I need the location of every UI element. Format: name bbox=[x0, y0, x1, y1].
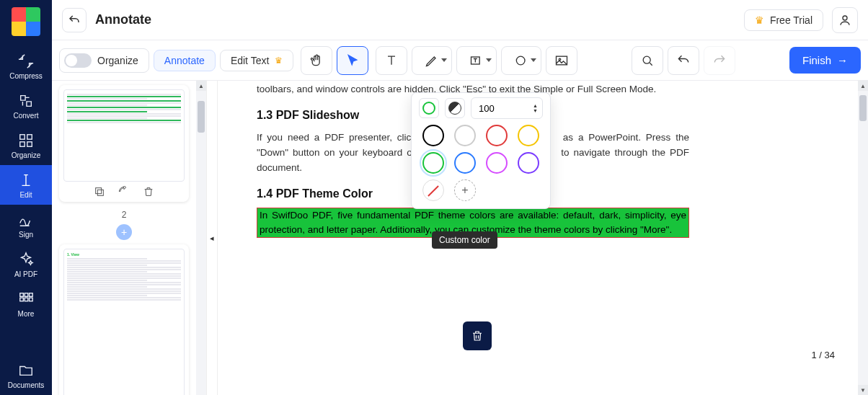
rotate-icon[interactable] bbox=[118, 186, 130, 198]
rail-organize[interactable]: Organize bbox=[0, 125, 52, 165]
rail-label: Organize bbox=[12, 151, 41, 159]
trash-icon[interactable] bbox=[143, 186, 154, 198]
chevron-down-icon: ▼ bbox=[533, 108, 538, 113]
rail-label: AI PDF bbox=[14, 270, 37, 278]
swatch-blue[interactable] bbox=[454, 152, 476, 174]
thumbnail-page-3[interactable]: 1. View bbox=[59, 244, 189, 395]
rail-label: Compress bbox=[9, 72, 43, 80]
svg-rect-8 bbox=[25, 298, 28, 301]
text-icon bbox=[384, 53, 399, 68]
organize-toggle[interactable]: Organize bbox=[59, 48, 149, 73]
rail-sign[interactable]: Sign bbox=[0, 205, 52, 244]
hand-icon bbox=[309, 53, 324, 68]
convert-icon bbox=[18, 93, 34, 109]
document-viewport[interactable]: toolbars, and window controls are hidden… bbox=[218, 81, 868, 395]
chevron-down-icon bbox=[441, 58, 447, 62]
text-tool[interactable] bbox=[376, 46, 407, 75]
compress-icon bbox=[18, 53, 34, 69]
document-scrollbar[interactable]: ▲ ▼ bbox=[858, 81, 868, 395]
swatch-magenta[interactable] bbox=[486, 152, 508, 174]
textbox-tool[interactable] bbox=[456, 46, 497, 75]
undo-button[interactable] bbox=[668, 46, 699, 75]
scrollbar-thumb[interactable] bbox=[859, 95, 867, 121]
page-indicator: 1 / 34 bbox=[811, 350, 835, 360]
thumbnail-scrollbar[interactable]: ▲ bbox=[196, 81, 206, 395]
trash-icon bbox=[471, 329, 484, 342]
sign-icon bbox=[18, 212, 34, 228]
scroll-up-icon[interactable]: ▲ bbox=[196, 81, 206, 91]
arrow-right-icon: → bbox=[837, 54, 848, 66]
swatch-black[interactable] bbox=[422, 125, 444, 146]
undo-icon bbox=[68, 14, 81, 27]
crown-icon: ♛ bbox=[755, 14, 764, 26]
svg-rect-2 bbox=[20, 142, 25, 146]
app-logo bbox=[12, 7, 40, 36]
pen-tool[interactable] bbox=[412, 46, 452, 75]
titlebar: Annotate ♛ Free Trial bbox=[52, 0, 868, 40]
cursor-icon bbox=[345, 53, 360, 68]
svg-rect-5 bbox=[25, 293, 28, 297]
rail-label: Convert bbox=[13, 112, 38, 120]
swatch-add-custom[interactable]: + bbox=[454, 179, 476, 201]
swatch-yellow[interactable] bbox=[518, 125, 539, 146]
finish-button[interactable]: Finish → bbox=[789, 47, 861, 74]
image-tool[interactable] bbox=[546, 46, 577, 75]
finish-label: Finish bbox=[802, 54, 831, 66]
select-tool[interactable] bbox=[337, 46, 368, 75]
search-button[interactable] bbox=[632, 46, 663, 75]
undo-icon bbox=[676, 53, 691, 68]
edit-icon bbox=[18, 172, 34, 188]
scrollbar-thumb[interactable] bbox=[198, 101, 205, 133]
back-button[interactable] bbox=[62, 8, 87, 32]
rail-documents[interactable]: Documents bbox=[0, 355, 52, 395]
organize-icon bbox=[18, 133, 34, 148]
swatch-grey[interactable] bbox=[454, 125, 476, 146]
user-icon bbox=[838, 14, 851, 27]
opacity-stepper[interactable]: ▲▼ bbox=[533, 103, 538, 113]
tooltip-custom-color: Custom color bbox=[432, 231, 497, 249]
rail-edit[interactable]: Edit bbox=[0, 165, 52, 205]
delete-annotation-button[interactable] bbox=[463, 321, 492, 350]
svg-point-15 bbox=[643, 56, 650, 63]
green-ring-icon bbox=[422, 102, 435, 115]
color-swatches: + bbox=[419, 125, 543, 201]
search-icon bbox=[640, 53, 655, 68]
fill-color-chip[interactable] bbox=[445, 98, 465, 118]
swatch-green[interactable] bbox=[422, 152, 444, 174]
svg-rect-17 bbox=[96, 188, 102, 194]
rail-label: Sign bbox=[19, 231, 33, 239]
stroke-color-chip[interactable] bbox=[419, 98, 439, 118]
rail-label: More bbox=[18, 310, 35, 318]
pen-icon bbox=[425, 53, 439, 68]
redo-button[interactable] bbox=[704, 46, 735, 75]
page-title: Annotate bbox=[95, 12, 151, 27]
opacity-input[interactable]: 100 ▲▼ bbox=[471, 97, 543, 119]
add-page-button[interactable]: + bbox=[116, 224, 132, 240]
thumbnail-preview: 1. View bbox=[63, 249, 185, 395]
color-popover: 100 ▲▼ + bbox=[411, 92, 551, 209]
swatch-red[interactable] bbox=[486, 125, 508, 146]
edit-text-label: Edit Text bbox=[231, 55, 269, 66]
scroll-up-icon[interactable]: ▲ bbox=[858, 81, 868, 91]
scroll-down-icon[interactable]: ▼ bbox=[858, 385, 868, 395]
chevron-left-icon: ◂ bbox=[210, 234, 214, 243]
copy-icon[interactable] bbox=[94, 186, 105, 198]
annotate-mode[interactable]: Annotate bbox=[154, 50, 216, 71]
edit-text-mode[interactable]: Edit Text ♛ bbox=[220, 50, 293, 71]
rail-more[interactable]: More bbox=[0, 284, 52, 324]
rail-convert[interactable]: Convert bbox=[0, 86, 52, 125]
swatch-none[interactable] bbox=[422, 179, 444, 201]
hand-tool[interactable] bbox=[301, 46, 332, 75]
free-trial-button[interactable]: ♛ Free Trial bbox=[744, 9, 823, 31]
shape-tool[interactable] bbox=[501, 46, 541, 75]
rail-compress[interactable]: Compress bbox=[0, 46, 52, 86]
account-button[interactable] bbox=[832, 7, 858, 33]
svg-rect-6 bbox=[30, 293, 33, 297]
collapse-thumbnails[interactable]: ◂ bbox=[206, 81, 218, 395]
thumbnail-page-2[interactable] bbox=[59, 85, 189, 202]
svg-rect-9 bbox=[30, 298, 33, 301]
rail-aipdf[interactable]: AI PDF bbox=[0, 244, 52, 284]
swatch-purple[interactable] bbox=[518, 152, 539, 174]
left-rail: Compress Convert Organize Edit Sign AI P… bbox=[0, 0, 52, 395]
documents-icon bbox=[18, 363, 34, 378]
